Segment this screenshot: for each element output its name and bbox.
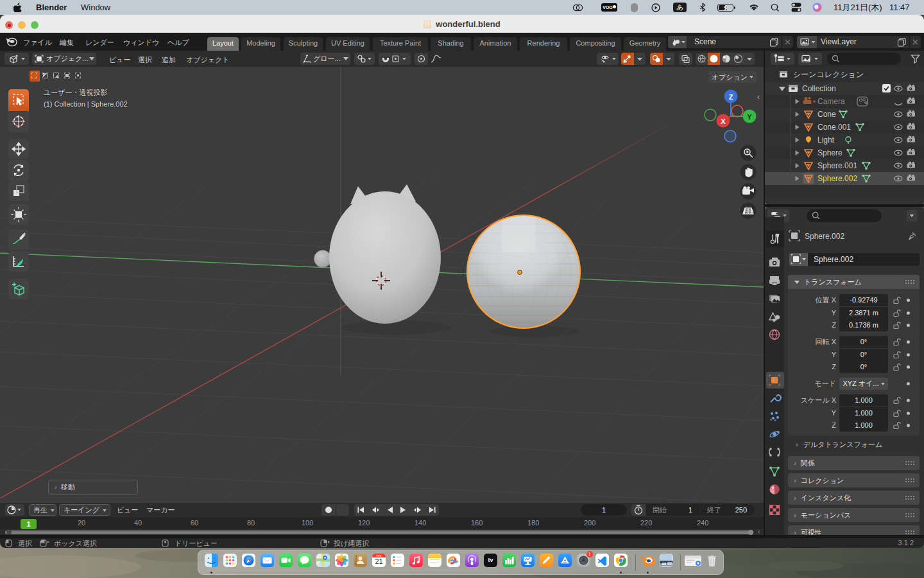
svg-text:X: X — [721, 118, 726, 125]
svg-text:Collection: Collection — [802, 84, 836, 93]
svg-text:Cone.001: Cone.001 — [817, 123, 851, 132]
svg-text:Z: Z — [729, 93, 733, 101]
svg-text:Cone: Cone — [817, 110, 836, 119]
svg-text:Sphere.001: Sphere.001 — [817, 161, 857, 170]
svg-text:Sphere: Sphere — [817, 148, 843, 157]
svg-text:Camera: Camera — [817, 97, 845, 106]
svg-text:Sphere.002: Sphere.002 — [817, 174, 857, 183]
svg-text:Light: Light — [817, 136, 835, 144]
svg-text:Y: Y — [747, 113, 752, 121]
svg-text:シーンコレクション: シーンコレクション — [793, 70, 864, 79]
